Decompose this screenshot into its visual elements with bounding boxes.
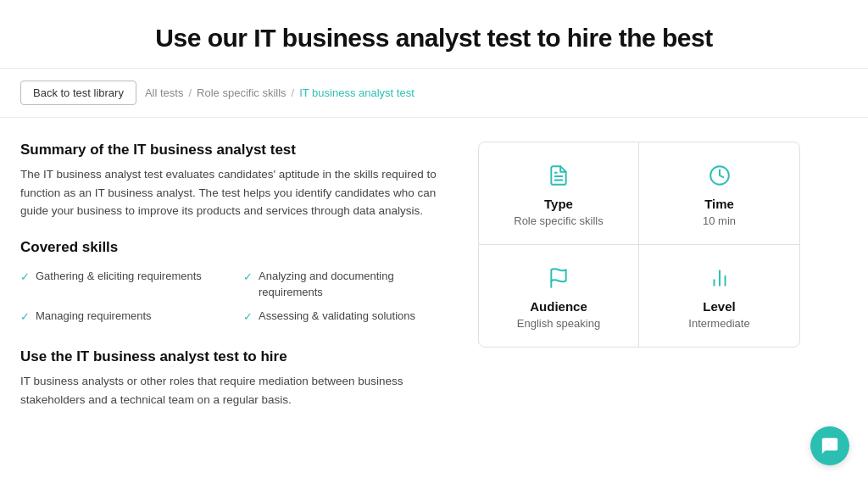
info-card: Type Role specific skills Time 10 min [478,142,800,348]
skill-item-0: ✓ Gathering & eliciting requirements [20,266,230,303]
skill-item-1: ✓ Analyzing and documenting requirements [243,266,453,303]
skill-item-2: ✓ Managing requirements [20,306,230,328]
skill-check-icon-1: ✓ [243,270,253,286]
type-value: Role specific skills [514,214,603,227]
page-title: Use our IT business analyst test to hire… [17,24,851,53]
summary-body: The IT business analyst test evaluates c… [20,165,453,220]
audience-value: English speaking [517,317,600,330]
breadcrumb-sep2: / [292,86,295,99]
page-header: Use our IT business analyst test to hire… [0,0,868,69]
breadcrumb-bar: Back to test library All tests / Role sp… [0,69,868,118]
level-icon [709,267,731,292]
hire-section: Use the IT business analyst test to hire… [20,348,453,409]
info-card-grid: Type Role specific skills Time 10 min [479,142,799,347]
summary-section: Summary of the IT business analyst test … [20,142,453,220]
time-label: Time [704,197,734,211]
hire-body: IT business analysts or other roles that… [20,372,453,409]
skill-check-icon-0: ✓ [20,270,30,286]
breadcrumb-current[interactable]: IT business analyst test [299,86,415,99]
audience-cell: Audience English speaking [479,245,639,347]
skill-check-icon-2: ✓ [20,309,30,325]
type-icon [548,164,570,190]
time-value: 10 min [703,214,736,227]
skill-label-0: Gathering & eliciting requirements [36,269,202,285]
skill-label-2: Managing requirements [36,309,152,325]
breadcrumb-sep1: / [188,86,192,99]
time-cell: Time 10 min [639,142,799,245]
hire-title: Use the IT business analyst test to hire [20,348,453,365]
skills-grid: ✓ Gathering & eliciting requirements ✓ A… [20,266,453,329]
type-label: Type [544,197,573,211]
skill-label-1: Analyzing and documenting requirements [259,269,453,301]
level-value: Intermediate [688,317,749,330]
skills-title: Covered skills [20,239,453,256]
type-cell: Type Role specific skills [479,142,639,245]
level-cell: Level Intermediate [639,245,799,347]
time-icon [709,164,731,190]
skills-section: Covered skills ✓ Gathering & eliciting r… [20,239,453,329]
left-column: Summary of the IT business analyst test … [20,142,453,409]
audience-icon [548,267,570,292]
right-column: Type Role specific skills Time 10 min [478,142,800,409]
main-content: Summary of the IT business analyst test … [0,118,868,433]
breadcrumb-all-tests[interactable]: All tests [145,86,184,99]
breadcrumb: All tests / Role specific skills / IT bu… [145,86,415,99]
audience-label: Audience [530,299,587,314]
skill-item-3: ✓ Assessing & validating solutions [243,306,453,328]
summary-title: Summary of the IT business analyst test [20,142,453,159]
skill-label-3: Assessing & validating solutions [259,309,415,325]
skill-check-icon-3: ✓ [243,309,253,325]
breadcrumb-role-specific[interactable]: Role specific skills [197,86,286,99]
back-to-library-button[interactable]: Back to test library [20,81,136,105]
chat-bubble-button[interactable] [810,426,849,465]
level-label: Level [703,299,735,314]
